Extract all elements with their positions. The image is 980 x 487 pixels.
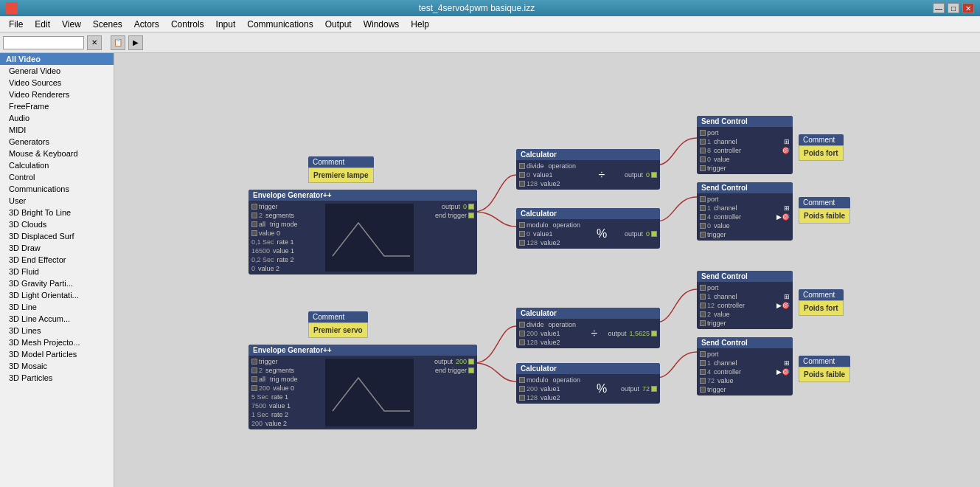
sidebar-item-control[interactable]: Control [0,171,114,183]
send-control-1-header: Send Control [697,116,793,127]
send-control-node-1[interactable]: Send Control port 1channel⊞ 8controller🎯… [697,116,793,174]
sidebar-item-communications[interactable]: Communications [0,183,114,195]
menu-output[interactable]: Output [319,18,358,31]
menu-windows[interactable]: Windows [358,18,406,31]
env2-port-out [468,359,474,365]
sc3-port-trig [700,320,706,326]
sc1-port-trig [700,165,706,171]
search-input[interactable] [3,36,84,49]
comment-node-poids-faible-2[interactable]: Comment Poids faible [799,356,850,382]
maximize-button[interactable]: □ [948,3,959,13]
app-icon [6,2,18,14]
menu-view[interactable]: View [56,18,87,31]
menu-input[interactable]: Input [210,18,242,31]
canvas-area[interactable]: Comment Premiere lampe Comment Premier s… [114,53,980,487]
send-control-4-body: port 1channel⊞ 4controller▶🎯 72value tri… [697,348,793,396]
sidebar-item-3d-light[interactable]: 3D Light Orientati... [0,289,114,301]
window-title: test_4servo4pwm basique.izz [21,3,933,13]
send-control-3-header: Send Control [697,271,793,282]
calculator-node-4-body: modulooperation 200value1 128value2 % ou… [516,374,660,404]
comment-header-pfaible1: Comment [799,197,850,208]
sidebar-item-calculation[interactable]: Calculation [0,159,114,171]
sidebar-item-audio[interactable]: Audio [0,112,114,124]
sidebar-item-3d-draw[interactable]: 3D Draw [0,242,114,254]
calc4-port-op [519,377,525,383]
main-layout: ✕ 📋 ▶ All Video General Video Video Sour… [0,32,980,487]
sidebar-item-3d-particles[interactable]: 3D Particles [0,372,114,384]
menu-edit[interactable]: Edit [29,18,56,31]
sidebar-item-general-video[interactable]: General Video [0,65,114,77]
toolbar: ✕ 📋 ▶ [0,32,980,53]
sc4-port-port [700,351,706,357]
sidebar-category-all-video[interactable]: All Video [0,53,114,65]
close-button[interactable]: ✕ [962,3,974,13]
envelope-node-2[interactable]: Envelope Generator++ trigger 2segments a… [249,345,477,429]
envelope-node-1[interactable]: Envelope Generator++ trigger 2segments a… [249,190,477,274]
sidebar-item-3d-gravity[interactable]: 3D Gravity Parti... [0,277,114,289]
calculator-node-1[interactable]: Calculator divideoperation 0value1 128va… [516,149,660,190]
calculator-node-4[interactable]: Calculator modulooperation 200value1 128… [516,363,660,404]
comment-node-servo[interactable]: Comment Premier servo [308,311,368,338]
sidebar-item-3d-line[interactable]: 3D Line [0,301,114,313]
send-control-node-2[interactable]: Send Control port 1channel⊞ 4controller▶… [697,182,793,241]
sidebar-item-3d-model[interactable]: 3D Model Particles [0,348,114,360]
comment-node-poids-faible-1[interactable]: Comment Poids faible [799,197,850,224]
menu-controls[interactable]: Controls [165,18,210,31]
send-control-2-body: port 1channel⊞ 4controller▶🎯 0value trig… [697,193,793,241]
calculator-node-4-header: Calculator [516,363,660,374]
menu-actors[interactable]: Actors [128,18,165,31]
port-val0-1 [251,230,257,236]
canvas: Comment Premiere lampe Comment Premier s… [114,53,980,466]
calc2-port-out [651,231,657,237]
sidebar-item-user[interactable]: User [0,195,114,207]
sidebar-item-video-sources[interactable]: Video Sources [0,77,114,89]
calculator-node-2-header: Calculator [516,208,660,219]
sidebar-item-3d-displaced[interactable]: 3D Displaced Surf [0,230,114,242]
comment-node-lampe[interactable]: Comment Premiere lampe [308,156,374,183]
port-seg-1 [251,213,257,218]
port-trigger-in-1 [251,204,257,210]
env2-port-all [251,376,257,382]
sc3-port-port [700,285,706,291]
calc4-port-v2 [519,395,525,401]
menu-help[interactable]: Help [405,18,435,31]
sidebar-item-3d-lines[interactable]: 3D Lines [0,325,114,336]
send-control-node-4[interactable]: Send Control port 1channel⊞ 4controller▶… [697,337,793,396]
calculator-node-1-body: divideoperation 0value1 128value2 ÷ outp… [516,160,660,190]
minimize-button[interactable]: — [933,3,945,13]
sidebar-item-3d-clouds[interactable]: 3D Clouds [0,218,114,230]
calc2-port-op [519,222,525,228]
comment-node-poids-fort-1[interactable]: Comment Poids fort [799,134,844,161]
send-control-node-3[interactable]: Send Control port 1channel⊞ 12controller… [697,271,793,329]
sc2-port-ctrl [700,214,706,220]
toolbar-icon-1[interactable]: 📋 [111,35,125,50]
sidebar-item-3d-end[interactable]: 3D End Effector [0,254,114,266]
menu-communications[interactable]: Communications [241,18,319,31]
menu-scenes[interactable]: Scenes [87,18,128,31]
calculator-node-3-header: Calculator [516,308,660,319]
clear-search-button[interactable]: ✕ [87,35,102,50]
sidebar-list: All Video General Video Video Sources Vi… [0,53,114,487]
calc4-port-v1 [519,386,525,392]
sidebar-item-video-renderers[interactable]: Video Renderers [0,89,114,100]
sidebar-item-3d-bright[interactable]: 3D Bright To Line [0,207,114,218]
sidebar-item-3d-fluid[interactable]: 3D Fluid [0,266,114,277]
calculator-node-3[interactable]: Calculator divideoperation 200value1 128… [516,308,660,348]
sidebar-item-3d-mosaic[interactable]: 3D Mosaic [0,360,114,372]
comment-body-lampe: Premiere lampe [308,167,374,183]
sidebar-item-freeframe[interactable]: FreeFrame [0,100,114,112]
calc2-port-v2 [519,240,525,246]
menu-file[interactable]: File [3,18,29,31]
sidebar-item-midi[interactable]: MIDI [0,124,114,136]
comment-node-poids-fort-2[interactable]: Comment Poids fort [799,289,844,316]
sc3-port-ctrl [700,303,706,308]
toolbar-icon-2[interactable]: ▶ [128,35,143,50]
sidebar-item-3d-mesh[interactable]: 3D Mesh Projecto... [0,336,114,348]
calc1-port-out [651,172,657,178]
calculator-node-2[interactable]: Calculator modulooperation 0value1 128va… [516,208,660,249]
sidebar-item-3d-line-accum[interactable]: 3D Line Accum... [0,313,114,325]
send-control-3-body: port 1channel⊞ 12controller▶🎯 2value tri… [697,282,793,329]
envelope-node-1-body: trigger 2segments alltrig mode value 0 0… [249,201,477,274]
sidebar-item-generators[interactable]: Generators [0,136,114,148]
sidebar-item-mouse-keyboard[interactable]: Mouse & Keyboard [0,148,114,159]
